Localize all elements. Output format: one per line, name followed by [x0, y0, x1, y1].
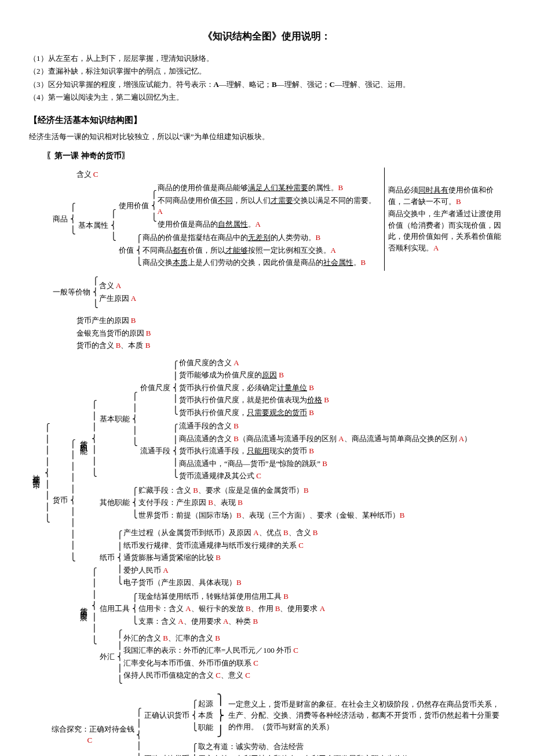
outline-root: 神奇的货币 ⎧⎪⎪⎪⎨⎪⎪⎪⎩ 商品 ⎧⎨⎩ 含义 C 基本属性 ⎧⎨⎩ 使用价…	[29, 168, 504, 757]
measure-label: 价值尺度	[138, 357, 172, 419]
intro-line: （1）从左至右，从上到下，层层掌握，理清知识脉络。	[29, 53, 504, 64]
intro-line: （2）查漏补缺，标注知识掌握中的弱点，加强记忆。	[29, 66, 504, 77]
intro-line: （3）区分知识掌握的程度，增强应试能力。符号表示：A—理解、略记；B—理解、强记…	[29, 79, 504, 90]
commodity-label: 商品	[51, 168, 70, 270]
root-label: 神奇的货币	[29, 168, 44, 757]
paper-label: 纸币	[98, 526, 116, 589]
section-heading: 【经济生活基本知识结构图】	[29, 114, 504, 127]
intro-block: （1）从左至右，从上到下，层层掌握，理清知识脉络。 （2）查漏补缺，标注知识掌握…	[29, 53, 504, 103]
know-label: 正确认识货币	[143, 692, 191, 739]
dev-label: 货币的发展	[76, 526, 92, 686]
other-func-label: 其他职能	[98, 484, 132, 522]
attr-label: 基本属性	[76, 181, 110, 270]
lesson-heading: 〖第一课 神奇的货币〗	[46, 150, 504, 162]
credit-label: 信用工具	[98, 590, 132, 628]
money-label: 货币	[51, 314, 70, 686]
func-label: 货币的职能	[76, 355, 92, 522]
subtitle: 经济生活每一课的知识相对比较独立，所以以“课”为单位组建知识板块。	[29, 131, 504, 143]
page-title: 《知识结构全图》使用说明：	[29, 29, 504, 44]
fx-label: 外汇	[98, 628, 116, 685]
circulation-label: 流通手段	[138, 420, 172, 482]
intro-line: （4）第一遍以阅读为主，第二遍以回忆为主。	[29, 92, 504, 103]
use-value-label: 使用价值	[117, 181, 151, 230]
side-note: 商品必须同时具有使用价值和价值，二者缺一不可。B 商品交换中，生产者通过让渡使用…	[384, 168, 504, 271]
equiv-label: 一般等价物	[51, 275, 92, 310]
explore-label: 综合探究：正确对待金钱 C	[51, 692, 136, 757]
basic-func-label: 基本职能	[98, 356, 132, 483]
treat-label: 正确对待货币	[143, 740, 191, 757]
value-label: 价值	[117, 231, 136, 269]
